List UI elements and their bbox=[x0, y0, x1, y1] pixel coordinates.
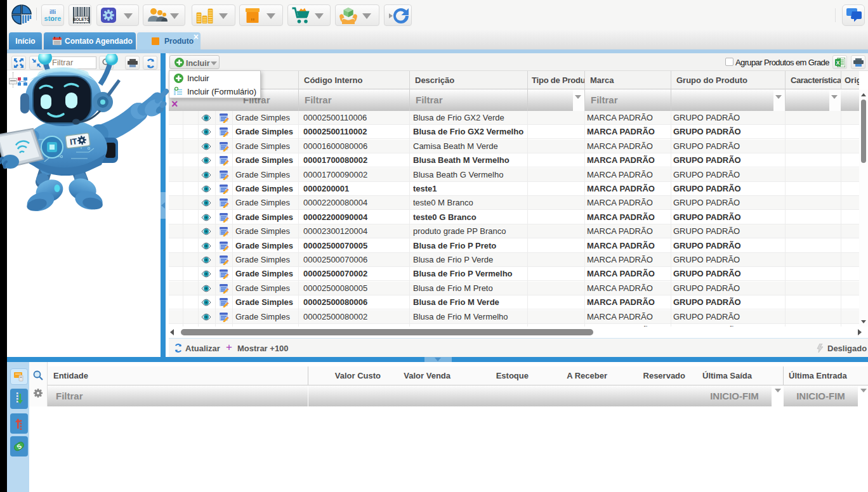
svg-text:BOLETO: BOLETO bbox=[73, 17, 89, 22]
svg-text:X: X bbox=[836, 60, 840, 66]
svg-text:IT: IT bbox=[69, 136, 77, 146]
